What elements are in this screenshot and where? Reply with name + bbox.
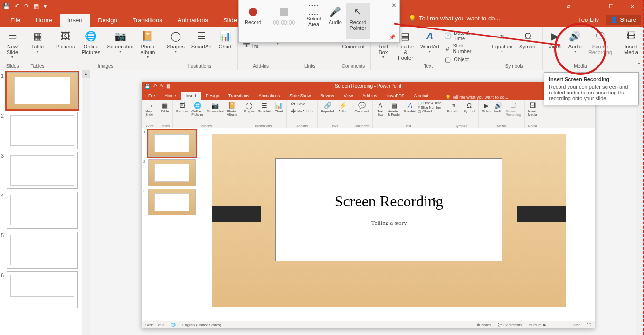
wordart-button[interactable]: AWordArt▾: [418, 28, 441, 64]
undo-icon[interactable]: ↶: [15, 3, 19, 9]
record-icon: [246, 5, 260, 19]
shapes-button[interactable]: ◯Shapes▾: [164, 28, 187, 55]
tooltip-body: Record your computer screen and related …: [549, 84, 634, 101]
tab-transitions[interactable]: Transitions: [125, 14, 170, 27]
slide-thumbnail-6[interactable]: 6: [1, 271, 88, 308]
e-tab-insert: Insert: [181, 92, 201, 100]
share-button[interactable]: 👤 Share: [606, 15, 641, 25]
screenshot-label: Screenshot: [107, 44, 134, 49]
audio-icon: 🔊: [568, 29, 582, 43]
share-icon: 👤: [610, 16, 618, 23]
group-images: 🖼Pictures 🌐Online Pictures 📷Screenshot▾ …: [50, 27, 161, 70]
group-comments-label: Comments: [342, 64, 365, 69]
save-icon[interactable]: 💾: [3, 3, 10, 9]
tell-me-search[interactable]: 💡 Tell me what you want to do...: [408, 15, 500, 22]
record-button[interactable]: Record: [241, 3, 265, 39]
collapse-ribbon-icon[interactable]: ⌃: [637, 62, 641, 68]
e-tab-animations: Animations: [254, 92, 285, 100]
chart-button[interactable]: 📊Chart: [216, 28, 235, 55]
table-button[interactable]: ▦ Table ▾: [28, 28, 47, 55]
select-area-button[interactable]: Select Area: [303, 3, 325, 39]
object-button[interactable]: ▢Object: [442, 55, 483, 64]
group-links-label: Links: [304, 64, 315, 69]
record-timer: 00:00:00: [269, 19, 299, 26]
customize-qat-icon[interactable]: ▾: [44, 3, 47, 9]
record-pointer-button[interactable]: ↖ Record Pointer: [346, 3, 370, 39]
window-controls: ⧉ — ☐ ✕: [558, 0, 643, 12]
new-slide-icon: ▭: [6, 29, 19, 43]
equation-button[interactable]: πEquation▾: [489, 28, 515, 55]
screenshot-button[interactable]: 📷Screenshot▾: [104, 28, 137, 60]
scroll-up-icon[interactable]: ▲: [82, 70, 90, 78]
ribbon-display-icon[interactable]: ⧉: [558, 0, 579, 12]
stop-button[interactable]: 00:00:00: [265, 3, 303, 39]
microphone-icon: 🎤: [329, 5, 342, 19]
smartart-icon: ☰: [195, 29, 208, 43]
object-icon: ▢: [444, 56, 452, 63]
audio-button[interactable]: 🔊Audio▾: [566, 28, 585, 56]
symbol-button[interactable]: ΩSymbol: [516, 28, 540, 55]
e-tell-me: 💡 Tell me what you want to do...: [445, 95, 508, 100]
slide-canvas: 💾↶↷▦ Screen Recording - PowerPoint File …: [90, 70, 644, 335]
photo-album-label: Photo Album: [140, 44, 155, 55]
insert-media-button[interactable]: 🎞Insert Media: [621, 28, 641, 56]
canvas-scrollbar[interactable]: [636, 70, 644, 335]
slide-thumbnail-1[interactable]: 1: [1, 72, 88, 109]
date-time-button[interactable]: 🕐Date & Time: [442, 29, 483, 42]
e-status-zoom: 73%: [573, 323, 580, 327]
symbol-label: Symbol: [519, 44, 537, 49]
group-symbols: πEquation▾ ΩSymbol Symbols: [486, 27, 543, 70]
account-name[interactable]: Teo Lily: [578, 16, 599, 23]
embedded-screenshot: 💾↶↷▦ Screen Recording - PowerPoint File …: [142, 82, 595, 328]
photo-album-button[interactable]: 📔Photo Album▾: [137, 28, 158, 60]
redo-icon[interactable]: ↷: [24, 3, 29, 9]
rec-audio-label: Audio: [329, 19, 342, 25]
minimize-button[interactable]: —: [579, 0, 600, 12]
table-icon: ▦: [31, 29, 44, 43]
screenshot-icon: 📷: [114, 29, 127, 43]
audio-label: Audio: [568, 44, 582, 49]
equation-icon: π: [495, 29, 509, 43]
tab-file[interactable]: File: [3, 14, 28, 27]
e-tab-view: View: [339, 92, 358, 100]
tab-home[interactable]: Home: [28, 14, 60, 27]
start-from-beginning-icon[interactable]: ▦: [34, 3, 39, 9]
tab-animations[interactable]: Animations: [170, 14, 216, 27]
chart-label: Chart: [219, 44, 232, 49]
close-button[interactable]: ✕: [622, 0, 643, 12]
slide-thumbnail-4[interactable]: 4: [1, 192, 88, 229]
new-slide-button[interactable]: ▭ New Slide ▾: [3, 28, 22, 60]
recording-toolbar-close-icon[interactable]: ✕: [391, 2, 397, 9]
video-button[interactable]: ▶Video▾: [546, 28, 565, 56]
chart-icon: 📊: [218, 29, 232, 43]
table-label: Table: [31, 44, 44, 49]
online-pictures-icon: 🌐: [85, 29, 98, 43]
pictures-button[interactable]: 🖼Pictures: [53, 28, 78, 60]
tab-design[interactable]: Design: [90, 14, 124, 27]
object-label: Object: [454, 56, 469, 62]
thumbnail-scrollbar[interactable]: ▲ ▼: [82, 70, 90, 335]
slide-thumbnail-5[interactable]: 5: [1, 232, 88, 269]
shapes-label: Shapes: [167, 44, 184, 49]
e-status-lang: English (United States): [182, 323, 221, 327]
rec-audio-button[interactable]: 🎤 Audio: [325, 3, 346, 39]
new-slide-label: New Slide: [7, 44, 18, 55]
video-label: Video: [549, 44, 562, 49]
slide-number-button[interactable]: #Slide Number: [442, 42, 483, 55]
group-slides: ▭ New Slide ▾ Slides: [0, 27, 25, 70]
wordart-label: WordArt: [420, 44, 439, 49]
header-footer-icon: ▤: [399, 29, 412, 43]
recording-toolbar-pin-icon[interactable]: 📌: [389, 34, 396, 40]
e-tab-addins: Add-ins: [358, 92, 382, 100]
group-images-label: Images: [98, 64, 114, 69]
screen-recording-button[interactable]: 🖵Screen Recording: [586, 28, 615, 56]
slide-thumbnail-3[interactable]: 3: [1, 152, 88, 189]
slide-thumbnail-2[interactable]: 2: [1, 112, 88, 149]
online-pictures-button[interactable]: 🌐Online Pictures: [79, 28, 104, 60]
maximize-button[interactable]: ☐: [600, 0, 622, 12]
tab-insert[interactable]: Insert: [60, 14, 91, 27]
embedded-slide-subtitle: Telling a story: [371, 219, 407, 227]
smartart-button[interactable]: ☰SmartArt: [189, 28, 215, 55]
shapes-icon: ◯: [169, 29, 182, 43]
slide-thumbnail-panel: 1 2 3 4 5 6 ▲ ▼: [0, 70, 90, 335]
